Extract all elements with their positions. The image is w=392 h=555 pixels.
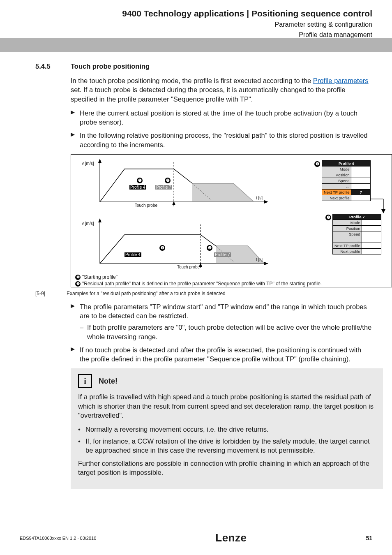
footer-left: EDS94TA10060xxxx EN 1.2 · 03/2010: [20, 536, 96, 541]
after-bullet-1: The profile parameters "TP window start"…: [71, 302, 372, 341]
page-number: 51: [366, 535, 372, 541]
header-sub1: Parameter setting & configuration: [0, 21, 372, 29]
svg-marker-4: [192, 183, 254, 202]
row-next: Next profile: [322, 195, 351, 201]
axis-x-label-1: t [s]: [256, 196, 263, 200]
row-mode: Mode: [322, 166, 351, 172]
after-sub-1: If both profile parameters are "0", touc…: [80, 323, 372, 341]
note-box: i Note! If a profile is travelled with h…: [71, 368, 383, 488]
profile4-table-head: Profile 4: [322, 160, 371, 166]
section-heading: 5.4.5 Touch probe positioning: [35, 62, 372, 70]
section-number: 5.4.5: [35, 62, 59, 70]
row-next-tp: Next TP profile: [322, 189, 351, 195]
svg-marker-18: [381, 209, 385, 213]
caption-tag: [5-9]: [35, 291, 59, 296]
intro-bullet-2: In the following relative positioning pr…: [71, 131, 372, 149]
note-p2: Further constellations are possible in c…: [78, 459, 376, 477]
badge-1-icon: ❶: [137, 178, 143, 183]
caption-text: Examples for a "residual path positionin…: [67, 291, 226, 296]
profile4-table: Profile 4 Mode Position Speed ... Next T…: [322, 160, 371, 201]
axis-y-label-2: v [m/s]: [82, 221, 94, 226]
row-speed-2: Speed: [333, 231, 362, 237]
profile-parameters-link[interactable]: Profile parameters: [313, 77, 369, 84]
badge-1b-icon: ❶: [159, 245, 165, 251]
legend-1: ❶"Starting profile": [75, 274, 322, 280]
row-mode-2: Mode: [333, 220, 362, 225]
row-speed: Speed: [322, 178, 351, 183]
figure-caption: [5-9] Examples for a "residual path posi…: [35, 291, 372, 296]
row-next-tp-2: Next TP profile: [333, 243, 362, 248]
header-title: 9400 Technology applications | Positioni…: [0, 8, 372, 19]
figure-5-9: v [m/s] t [s] v [m/s] t [s] ❶ ❷ Profile …: [71, 154, 372, 287]
svg-marker-9: [98, 218, 101, 222]
intro-paragraph: In the touch probe positioning mode, the…: [71, 76, 372, 104]
row-position: Position: [322, 172, 351, 178]
note-dot-1: Normally a reversing movement occurs, i.…: [78, 425, 376, 434]
profile4-label-1: Profile 4: [129, 185, 146, 190]
profile7-table: Profile 7 Mode Position Speed ... Next T…: [332, 214, 381, 254]
intro-text-b: set. If a touch probe is detected during…: [71, 86, 346, 102]
intro-bullet-1: Here the current actual position is stor…: [71, 109, 372, 127]
after-bullet-2: If no touch probe is detected and after …: [71, 345, 372, 364]
row-dots-2: ...: [333, 237, 362, 243]
profile7-label-1: Profile 7: [155, 185, 172, 190]
legend-2: ❷"Residual path profile" that is defined…: [75, 280, 322, 287]
profile7-label-2: Profile 7: [214, 252, 231, 257]
intro-text-a: In the touch probe positioning mode, the…: [71, 77, 313, 84]
svg-marker-3: [264, 200, 268, 204]
page-header: 9400 Technology applications | Positioni…: [0, 0, 392, 52]
brand-logo: Lenze: [215, 532, 247, 544]
info-icon: i: [78, 374, 92, 388]
row-next-2: Next profile: [333, 248, 362, 254]
touch-probe-label-2: Touch probe: [177, 265, 200, 269]
row-position-2: Position: [333, 225, 362, 231]
table2-badge-icon: ❷: [325, 215, 331, 220]
profile4-label-2: Profile 4: [125, 252, 141, 257]
note-p1: If a profile is travelled with high spee…: [78, 392, 376, 420]
row-next-tp-val: 7: [351, 189, 371, 195]
badge-2-icon: ❷: [165, 178, 171, 183]
page-footer: EDS94TA10060xxxx EN 1.2 · 03/2010 Lenze …: [0, 532, 392, 544]
page-content: 5.4.5 Touch probe positioning In the tou…: [0, 52, 392, 489]
badge-2b-icon: ❷: [207, 245, 212, 251]
row-dots: ...: [322, 183, 351, 189]
touch-probe-label-1: Touch probe: [135, 203, 157, 208]
axis-x-label-2: t [s]: [256, 257, 263, 262]
note-title: Note!: [99, 377, 118, 386]
svg-marker-1: [98, 159, 101, 163]
table1-badge-icon: ❶: [314, 161, 320, 167]
profile7-table-head: Profile 7: [333, 214, 381, 220]
svg-marker-11: [264, 262, 268, 265]
axis-y-label-1: v [m/s]: [82, 161, 94, 166]
section-title: Touch probe positioning: [71, 62, 150, 70]
header-sub2: Profile data management: [0, 31, 372, 39]
note-dot-2: If, for instance, a CCW rotation of the …: [78, 437, 376, 455]
